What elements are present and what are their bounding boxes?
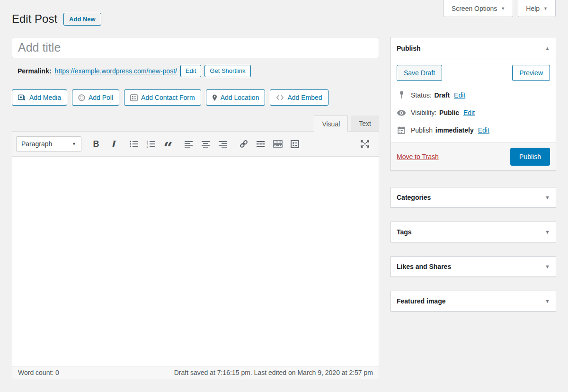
likes-and-shares-panel: Likes and Shares ▼ [390, 256, 556, 277]
bold-button[interactable]: B [89, 137, 103, 151]
checklist-block-icon [291, 140, 299, 148]
numbered-list-button[interactable]: 1 2 3 [144, 137, 158, 151]
screen-options-button[interactable]: Screen Options ▼ [444, 0, 513, 17]
visibility-edit-link[interactable]: Edit [463, 109, 475, 116]
checklist-block-button[interactable] [288, 137, 302, 151]
tab-text[interactable]: Text [351, 116, 379, 131]
editor-mode-tabs: Visual Text [12, 116, 379, 131]
move-to-trash-link[interactable]: Move to Trash [397, 153, 439, 160]
schedule-label: Publish [411, 126, 433, 134]
align-center-icon [202, 141, 210, 148]
calendar-icon [397, 126, 406, 134]
more-tag-icon [257, 141, 265, 147]
publish-panel-footer: Move to Trash Publish [391, 143, 556, 170]
insert-more-tag-button[interactable] [254, 137, 268, 151]
add-embed-label: Add Embed [287, 94, 322, 101]
add-new-button[interactable]: Add New [63, 13, 101, 26]
chevron-down-icon: ▼ [545, 229, 550, 235]
align-right-icon [219, 141, 227, 148]
chevron-up-icon: ▲ [545, 45, 550, 51]
align-right-button[interactable] [216, 137, 230, 151]
media-buttons-row: Add Media Add Poll [12, 89, 379, 106]
align-center-button[interactable] [199, 137, 213, 151]
help-button[interactable]: Help ▼ [518, 0, 556, 17]
featured-image-panel: Featured image ▼ [390, 291, 556, 312]
fullscreen-icon [360, 140, 370, 148]
keyboard-icon [273, 140, 283, 148]
status-edit-link[interactable]: Edit [454, 91, 465, 99]
featured-image-panel-title: Featured image [397, 297, 445, 305]
add-media-button[interactable]: Add Media [12, 89, 67, 106]
location-pin-icon [212, 94, 217, 101]
preview-button[interactable]: Preview [512, 65, 550, 81]
tags-panel-title: Tags [397, 228, 412, 236]
chevron-down-icon: ▼ [543, 6, 548, 11]
status-label: Status: [411, 91, 432, 99]
keyboard-button[interactable] [271, 137, 285, 151]
save-draft-button[interactable]: Save Draft [397, 65, 442, 81]
sidebar: Publish ▲ Save Draft Preview [390, 37, 556, 312]
media-icon [18, 94, 26, 101]
insert-link-button[interactable] [237, 137, 251, 151]
paragraph-format-dropdown[interactable]: Paragraph ▼ [16, 136, 81, 151]
editor-container: Paragraph ▼ B I [12, 131, 379, 379]
permalink-url-link[interactable]: https://example.wordpress.com/new-post/ [55, 67, 177, 75]
visibility-label: Visibility: [411, 109, 436, 116]
add-poll-label: Add Poll [89, 94, 113, 101]
poll-icon [78, 94, 85, 101]
italic-icon: I [111, 139, 115, 149]
add-embed-button[interactable]: Add Embed [270, 89, 328, 106]
chevron-down-icon: ▼ [501, 6, 505, 11]
schedule-value: immediately [435, 126, 474, 134]
editor-content-area[interactable] [12, 157, 379, 366]
chevron-down-icon: ▼ [72, 142, 76, 146]
schedule-row: Publish immediately Edit [391, 126, 556, 134]
post-title-input[interactable] [12, 37, 379, 58]
add-location-button[interactable]: Add Location [206, 89, 266, 106]
add-location-label: Add Location [221, 94, 259, 101]
publish-panel-header[interactable]: Publish ▲ [391, 37, 556, 59]
visibility-value: Public [439, 109, 459, 116]
chevron-down-icon: ▼ [545, 298, 550, 304]
fullscreen-button[interactable] [358, 137, 372, 151]
numbered-list-icon: 1 2 3 [146, 140, 156, 148]
align-left-icon [185, 141, 193, 148]
categories-panel-header[interactable]: Categories ▼ [391, 187, 556, 207]
chevron-down-icon: ▼ [545, 264, 550, 269]
bulleted-list-button[interactable] [127, 137, 141, 151]
likes-and-shares-panel-header[interactable]: Likes and Shares ▼ [391, 257, 556, 276]
permalink-row: Permalink: https://example.wordpress.com… [18, 65, 379, 77]
add-contact-form-button[interactable]: Add Contact Form [124, 89, 201, 106]
publish-actions-row: Save Draft Preview [391, 59, 556, 81]
schedule-edit-link[interactable]: Edit [478, 126, 489, 134]
blockquote-icon: “ [163, 146, 173, 149]
contact-form-icon [130, 94, 138, 101]
featured-image-panel-header[interactable]: Featured image ▼ [391, 291, 556, 311]
word-count: Word count: 0 [18, 369, 59, 376]
visibility-row: Visibility: Public Edit [391, 109, 556, 116]
eye-icon [397, 110, 406, 116]
edit-post-page: Edit Post Add New Permalink: https://exa… [0, 0, 568, 379]
embed-code-icon [276, 95, 284, 100]
permalink-edit-button[interactable]: Edit [180, 65, 201, 77]
publish-button[interactable]: Publish [510, 148, 550, 166]
likes-and-shares-panel-title: Likes and Shares [397, 263, 451, 270]
italic-button[interactable]: I [106, 137, 120, 151]
permalink-label: Permalink: [18, 67, 52, 75]
tags-panel-header[interactable]: Tags ▼ [391, 222, 556, 242]
get-shortlink-button[interactable]: Get Shortlink [204, 65, 250, 77]
editor-toolbar: Paragraph ▼ B I [12, 132, 379, 157]
align-left-button[interactable] [182, 137, 196, 151]
categories-panel: Categories ▼ [390, 187, 556, 208]
editor-column: Permalink: https://example.wordpress.com… [12, 37, 379, 379]
pushpin-icon [397, 91, 406, 99]
add-media-label: Add Media [29, 94, 61, 101]
tab-visual[interactable]: Visual [314, 116, 348, 132]
blockquote-button[interactable]: “ [161, 137, 175, 151]
help-label: Help [526, 5, 540, 12]
tags-panel: Tags ▼ [390, 222, 556, 242]
add-poll-button[interactable]: Add Poll [72, 89, 119, 106]
categories-panel-title: Categories [397, 194, 431, 201]
bold-icon: B [93, 139, 99, 149]
page-title: Edit Post [12, 12, 57, 26]
